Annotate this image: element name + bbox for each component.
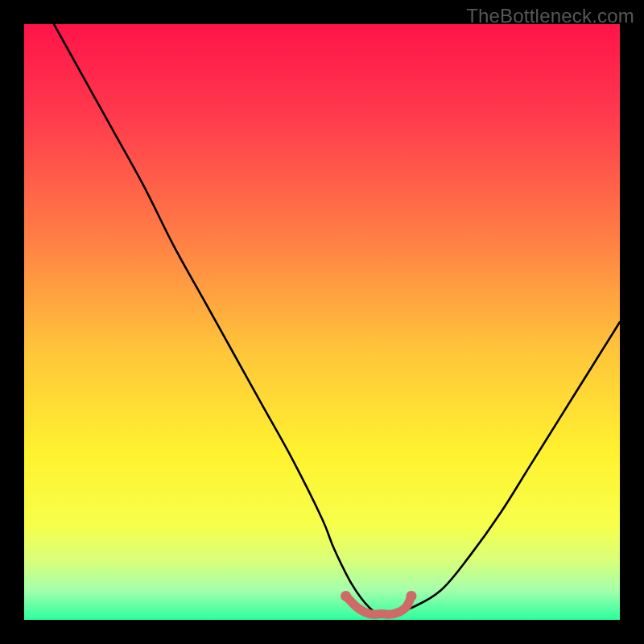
watermark-text: TheBottleneck.com — [466, 5, 634, 27]
chart-svg — [24, 24, 620, 620]
chart-frame: TheBottleneck.com — [0, 0, 644, 644]
flat-zone-endpoint — [407, 591, 417, 601]
flat-zone-endpoint — [341, 591, 351, 601]
plot-area — [24, 24, 620, 620]
gradient-background — [24, 24, 620, 620]
